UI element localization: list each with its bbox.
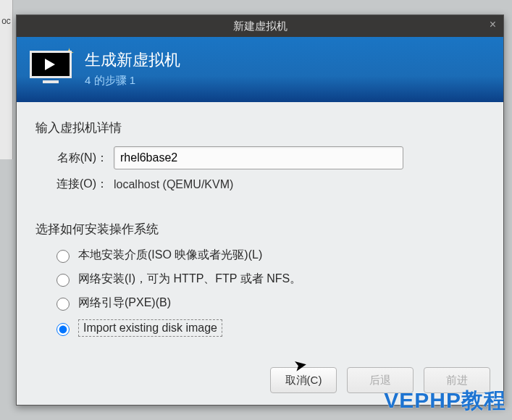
vm-name-input[interactable] [114, 146, 403, 169]
dialog-body: 输入虚拟机详情 名称(N)： 连接(O)： localhost (QEMU/KV… [17, 102, 503, 360]
vm-wizard-icon: ✦ [30, 51, 72, 85]
dialog-titlebar[interactable]: 新建虚拟机 × [17, 15, 503, 37]
install-section-title: 选择如何安装操作系统 [35, 221, 484, 238]
install-radio-pxe[interactable] [56, 298, 70, 311]
new-vm-dialog: 新建虚拟机 × ✦ 生成新虚拟机 4 的步骤 1 输入虚拟机详情 名称(N)： … [16, 14, 504, 406]
name-row: 名称(N)： [35, 146, 484, 169]
connection-label: 连接(O)： [49, 177, 114, 192]
install-label-import: Import existing disk image [78, 319, 222, 337]
install-radio-import[interactable] [56, 323, 70, 336]
install-method-radiogroup: 本地安装介质(ISO 映像或者光驱)(L) 网络安装(I)，可为 HTTP、FT… [35, 248, 484, 337]
watermark-text: VEPHP教程 [384, 386, 506, 416]
details-section-title: 输入虚拟机详情 [35, 119, 484, 136]
install-radio-network[interactable] [56, 274, 70, 287]
header-step: 4 的步骤 1 [85, 74, 180, 88]
install-option-import[interactable]: Import existing disk image [53, 319, 484, 337]
dialog-title: 新建虚拟机 [233, 20, 288, 33]
connection-row: 连接(O)： localhost (QEMU/KVM) [35, 177, 484, 192]
background-window-fragment: oc [0, 0, 13, 159]
connection-value: localhost (QEMU/KVM) [114, 178, 233, 191]
header-title: 生成新虚拟机 [85, 49, 180, 71]
dialog-header: ✦ 生成新虚拟机 4 的步骤 1 [17, 37, 503, 102]
install-label-local: 本地安装介质(ISO 映像或者光驱)(L) [78, 248, 262, 263]
install-option-network[interactable]: 网络安装(I)，可为 HTTP、FTP 或者 NFS。 [53, 272, 484, 287]
install-label-network: 网络安装(I)，可为 HTTP、FTP 或者 NFS。 [78, 272, 301, 287]
install-label-pxe: 网络引导(PXE)(B) [78, 295, 171, 311]
install-option-local[interactable]: 本地安装介质(ISO 映像或者光驱)(L) [53, 248, 484, 263]
close-icon[interactable]: × [490, 18, 496, 31]
name-label: 名称(N)： [49, 151, 114, 166]
install-radio-local[interactable] [56, 250, 70, 263]
cancel-button[interactable]: 取消(C) [270, 367, 337, 393]
install-option-pxe[interactable]: 网络引导(PXE)(B) [53, 295, 484, 311]
